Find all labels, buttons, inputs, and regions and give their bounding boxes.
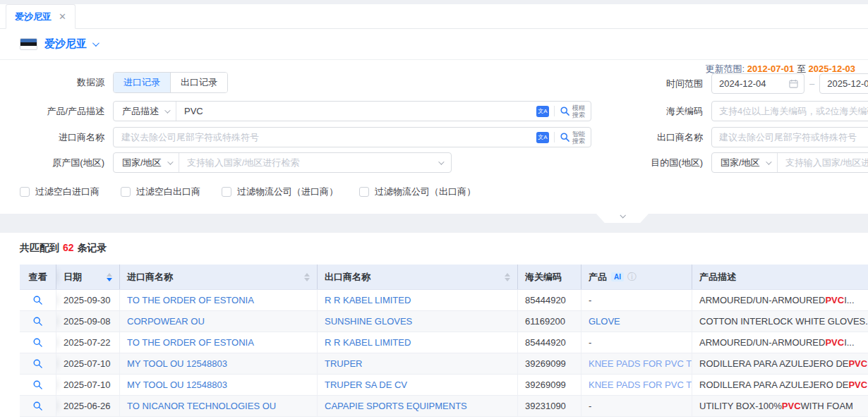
hs-code-label: 海关编码 [613,105,703,118]
header-exporter[interactable]: 出口商名称 [318,265,518,289]
header-product-desc: 产品描述 [692,265,868,289]
view-record-button[interactable] [32,401,43,411]
exporter-link[interactable]: R R KABEL LIMITED [325,337,411,348]
checkbox-icon[interactable] [20,187,30,197]
destination-input-group: 国家/地区 [711,152,868,173]
sort-icons-exporter[interactable] [505,273,510,281]
checkbox-filter-logistics-importer[interactable]: 过滤物流公司（进口商） [222,186,338,198]
view-record-button[interactable] [32,379,43,390]
product-type-select[interactable]: 产品描述 [114,102,176,121]
importer-link[interactable]: TO NICANOR TECHNOLOGIES OU [127,401,276,411]
importer-link[interactable]: CORPOWEAR OU [127,316,205,327]
info-icon[interactable]: ⓘ [627,271,637,284]
destination-type-select[interactable]: 国家/地区 [712,153,778,172]
header-date[interactable]: 日期 [56,265,120,289]
importer-search-input[interactable] [114,128,534,147]
data-source-toggle: 进口记录 出口记录 [113,72,228,93]
tab-bar: 爱沙尼亚 ✕ [0,4,868,29]
smart-search-button[interactable]: 智能 搜索 [560,130,585,145]
product-search-input[interactable] [176,102,534,121]
results-summary: 共匹配到62条记录 [20,242,107,255]
summary-prefix: 共匹配到 [20,242,59,253]
translate-icon[interactable]: 文A [536,106,549,117]
product-label: 产品/产品描述 [11,105,104,118]
checkbox-label: 过滤空白出口商 [136,186,200,198]
origin-row: 原产国(地区) 国家/地区 [11,152,452,173]
view-record-button[interactable] [32,316,43,327]
exporter-link[interactable]: TRUPER [325,358,362,369]
chevron-down-icon [164,107,170,113]
cell-product: - [581,332,692,353]
date-from-input[interactable]: 2024-12-04 [711,73,804,94]
table-row: 2025-06-26 TO NICANOR TECHNOLOGIES OU CA… [20,396,868,417]
sort-icons-importer[interactable] [304,273,310,281]
collapse-filters-button[interactable] [596,214,649,223]
cell-hs-code: 39231090 [518,396,581,416]
destination-country-input[interactable] [778,153,868,172]
translate-icon[interactable]: 文A [536,132,549,143]
exporter-label: 出口商名称 [613,131,703,144]
checkbox-icon[interactable] [222,187,231,197]
origin-country-input[interactable] [179,153,438,172]
exporter-link[interactable]: R R KABEL LIMITED [325,295,411,305]
magnifier-icon [32,401,43,411]
destination-label: 目的国(地区) [613,157,703,169]
origin-input-group: 国家/地区 [113,152,452,173]
product-link[interactable]: KNEE PADS FOR PVC T... [589,379,692,390]
sort-icons-date[interactable] [107,273,112,281]
hs-code-input[interactable] [711,101,868,121]
importer-input-group: 文A 智能 搜索 [113,127,591,147]
fuzzy-search-line2: 搜索 [572,111,585,119]
destination-row: 目的国(地区) 国家/地区 [613,152,868,173]
product-link[interactable]: GLOVE [589,316,620,327]
importer-link[interactable]: MY TOOL OU 12548803 [127,379,227,390]
update-range-label: 更新范围: [706,63,745,74]
importer-link[interactable]: MY TOOL OU 12548803 [127,358,227,369]
ai-badge: AI [611,272,624,281]
desc-text: I... [844,295,854,305]
divider [554,132,555,142]
date-to-value: 2025-12-03 [827,78,868,89]
importer-row: 进口商名称 文A 智能 搜索 [11,127,591,147]
exporter-link[interactable]: TRUPER SA DE CV [325,379,407,390]
chevron-down-icon[interactable] [438,159,444,164]
tab-export-records[interactable]: 出口记录 [170,73,227,92]
checkbox-icon[interactable] [121,187,131,197]
exporter-link[interactable]: CAPAPIE SPORTS EQUIPMENTS [325,401,467,411]
destination-type-value: 国家/地区 [721,157,760,169]
desc-text: UTILITY BOX-100% [699,401,782,411]
origin-type-select[interactable]: 国家/地区 [114,153,179,172]
view-record-button[interactable] [32,358,43,369]
exporter-search-input[interactable] [711,127,868,147]
checkbox-filter-logistics-exporter[interactable]: 过滤物流公司（出口商） [359,186,476,198]
exporter-row: 出口商名称 [613,127,868,147]
checkbox-label: 过滤物流公司（出口商） [375,186,476,198]
fuzzy-search-button[interactable]: 模糊 搜索 [560,104,585,119]
fuzzy-search-line1: 模糊 [572,104,585,111]
data-source-label: 数据源 [11,76,104,89]
close-icon[interactable]: ✕ [59,12,66,21]
checkbox-icon[interactable] [359,187,369,197]
tab-estonia[interactable]: 爱沙尼亚 ✕ [6,4,76,29]
cell-product: - [581,396,692,416]
chevron-down-icon[interactable] [92,40,100,47]
exporter-link[interactable]: SUNSHINE GLOVES [325,316,412,327]
importer-link[interactable]: TO THE ORDER OF ESTONIA [127,337,254,348]
header-importer[interactable]: 进口商名称 [120,265,318,289]
country-name[interactable]: 爱沙尼亚 [44,37,87,51]
update-range-to: 2025-12-03 [809,63,856,74]
tab-import-records[interactable]: 进口记录 [114,73,171,92]
calendar-icon [789,79,798,88]
product-link[interactable]: KNEE PADS FOR PVC T... [589,358,692,369]
view-record-button[interactable] [32,295,43,305]
importer-link[interactable]: TO THE ORDER OF ESTONIA [127,295,254,305]
date-to-input[interactable]: 2025-12-03 [819,73,868,94]
checkbox-filter-blank-importer[interactable]: 过滤空白进口商 [20,186,100,198]
filter-checkboxes: 过滤空白进口商 过滤空白出口商 过滤物流公司（进口商） 过滤物流公司（出口商） [20,186,476,198]
time-range-label: 时间范围 [613,78,703,90]
checkbox-filter-blank-exporter[interactable]: 过滤空白出口商 [121,186,200,198]
view-record-button[interactable] [32,337,43,348]
desc-text: ARMOURED/UN-ARMOURED [699,337,825,348]
cell-product-desc: RODILLERA PARA AZULEJERO DE PVC [692,375,868,395]
checkbox-label: 过滤空白进口商 [35,186,100,198]
